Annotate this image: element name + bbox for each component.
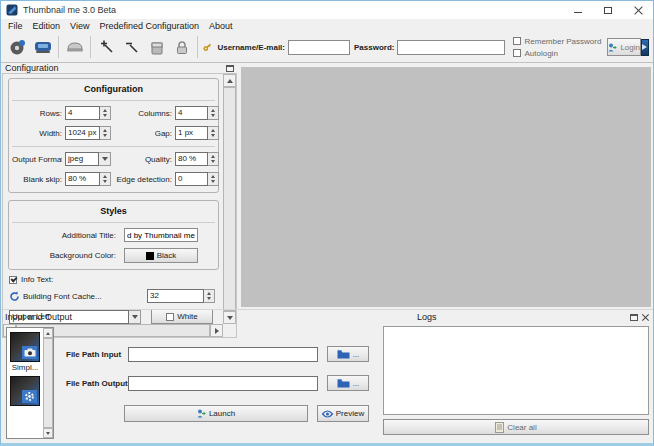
separator <box>12 146 215 147</box>
app-window: Thumbnail me 3.0 Beta File Edition View … <box>0 0 654 446</box>
width-stepper[interactable]: 1024 px <box>65 126 111 140</box>
profile-list-scrollbar[interactable] <box>43 328 53 438</box>
separator <box>12 222 215 223</box>
edge-detection-spin-buttons[interactable] <box>208 172 219 186</box>
blank-skip-spin-buttons[interactable] <box>100 172 111 186</box>
blank-skip-label: Blank skip: <box>12 175 62 184</box>
gear-icon <box>22 390 37 403</box>
scroll-up-button[interactable] <box>223 74 236 87</box>
drive-icon <box>66 41 84 53</box>
rows-stepper[interactable]: 4 <box>65 106 111 120</box>
disc-toolbar-button[interactable] <box>5 35 30 59</box>
file-path-input-field[interactable] <box>128 347 318 362</box>
configuration-panel-title: Configuration <box>5 63 59 73</box>
arrow-down-icon <box>46 432 50 435</box>
logs-dock-panel: Logs Clear all <box>377 310 653 439</box>
package-icon <box>150 40 164 55</box>
columns-label: Columns: <box>114 109 172 118</box>
gap-label: Gap: <box>114 129 172 138</box>
profile-thumbnail[interactable] <box>10 332 40 362</box>
remember-password-checkbox[interactable]: Remember Password <box>513 37 601 46</box>
lock-toolbar-button[interactable] <box>169 35 194 59</box>
columns-stepper[interactable]: 4 <box>175 106 219 120</box>
background-color-button[interactable]: Black <box>124 248 198 263</box>
width-label: Width: <box>12 129 62 138</box>
app-icon <box>6 4 18 16</box>
close-button[interactable] <box>623 1 653 19</box>
toolbar-separator <box>58 36 59 58</box>
width-value: 1024 px <box>65 126 100 140</box>
drive-toolbar-button[interactable] <box>62 35 87 59</box>
close-icon <box>634 6 643 15</box>
password-label: Password: <box>354 43 394 52</box>
login-icon <box>608 43 617 52</box>
config-vertical-scrollbar[interactable] <box>223 74 236 324</box>
password-input[interactable] <box>397 40 505 55</box>
width-spin-buttons[interactable] <box>100 126 111 140</box>
quality-stepper[interactable]: 80 % <box>175 152 219 166</box>
preview-button[interactable]: Preview <box>317 405 369 422</box>
gap-spin-buttons[interactable] <box>208 126 219 140</box>
username-input[interactable] <box>288 40 350 55</box>
font-size-spin-buttons[interactable] <box>204 289 215 303</box>
autologin-checkbox[interactable]: Autologin <box>513 49 601 58</box>
blank-skip-stepper[interactable]: 80 % <box>65 172 111 186</box>
scroll-down-button[interactable] <box>43 428 53 438</box>
clear-all-button[interactable]: Clear all <box>383 419 649 435</box>
menu-view[interactable]: View <box>65 21 94 31</box>
log-output[interactable] <box>383 326 649 415</box>
menu-predefined-configuration[interactable]: Predefined Configuration <box>94 21 204 31</box>
profile-thumbnail[interactable] <box>10 376 40 406</box>
zoom-in-toolbar-button[interactable] <box>94 35 119 59</box>
arrow-up-icon <box>46 332 50 335</box>
scrollbar-thumb[interactable] <box>43 338 53 428</box>
folder-icon <box>337 349 350 359</box>
font-size-stepper[interactable]: 32 <box>147 289 215 303</box>
device-toolbar-button[interactable] <box>30 35 55 59</box>
styles-group-title: Styles <box>12 204 215 219</box>
key-icon <box>203 36 211 58</box>
black-swatch-icon <box>146 252 154 260</box>
maximize-button[interactable] <box>593 1 623 19</box>
remember-password-box <box>513 37 521 45</box>
browse-output-button[interactable]: ... <box>327 375 369 391</box>
minimize-button[interactable] <box>563 1 593 19</box>
login-button[interactable]: Login <box>607 38 641 56</box>
profile-list[interactable]: Simpl... <box>6 327 54 439</box>
edge-detection-stepper[interactable]: 0 <box>175 172 219 186</box>
package-toolbar-button[interactable] <box>144 35 169 59</box>
logs-panel-header: Logs <box>377 310 653 324</box>
output-format-dropdown-button[interactable] <box>99 152 111 166</box>
scroll-up-button[interactable] <box>43 328 53 338</box>
toolbar-extension-button[interactable] <box>641 39 649 56</box>
info-text-checkbox[interactable]: Info Text: <box>9 275 219 284</box>
output-format-select[interactable]: jpeg <box>65 152 111 166</box>
columns-spin-buttons[interactable] <box>208 106 219 120</box>
autologin-label: Autologin <box>524 49 557 58</box>
menu-file[interactable]: File <box>3 21 28 31</box>
blank-skip-value: 80 % <box>65 172 100 186</box>
file-path-output-field[interactable] <box>128 376 318 391</box>
preview-area <box>241 67 651 307</box>
float-panel-icon[interactable] <box>226 65 234 72</box>
gap-stepper[interactable]: 1 px <box>175 126 219 140</box>
additional-title-input[interactable] <box>124 228 198 242</box>
float-panel-icon[interactable] <box>630 314 638 321</box>
rows-spin-buttons[interactable] <box>100 106 111 120</box>
action-buttons-row: Launch Preview <box>124 405 369 422</box>
browse-input-button[interactable]: ... <box>327 346 369 362</box>
status-strip <box>1 439 653 444</box>
window-title: Thumbnail me 3.0 Beta <box>23 5 563 15</box>
close-panel-icon[interactable] <box>642 314 649 321</box>
scrollbar-thumb[interactable] <box>223 87 236 311</box>
remember-password-label: Remember Password <box>524 37 601 46</box>
quality-spin-buttons[interactable] <box>208 152 219 166</box>
toolbar: Username/E-mail: Password: Remember Pass… <box>1 32 653 63</box>
zoom-out-toolbar-button[interactable] <box>119 35 144 59</box>
menu-about[interactable]: About <box>204 21 238 31</box>
menu-bar: File Edition View Predefined Configurati… <box>1 19 653 32</box>
browse-dots-label: ... <box>353 350 360 359</box>
title-bar: Thumbnail me 3.0 Beta <box>1 1 653 19</box>
menu-edition[interactable]: Edition <box>28 21 66 31</box>
launch-button[interactable]: Launch <box>124 405 308 422</box>
